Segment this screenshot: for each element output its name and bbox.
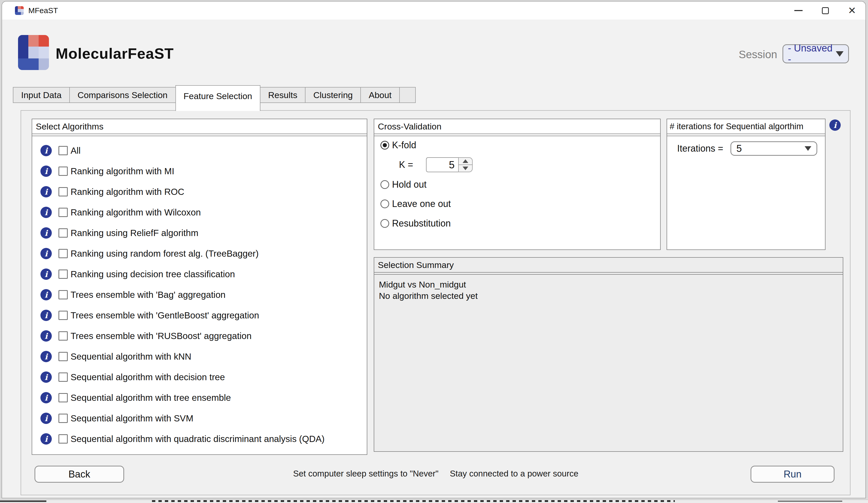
- minimize-button[interactable]: [785, 1, 812, 20]
- iterations-dropdown[interactable]: 5: [731, 141, 817, 156]
- info-icon[interactable]: i: [40, 227, 52, 239]
- info-icon[interactable]: i: [40, 248, 52, 259]
- algorithm-checkbox[interactable]: [59, 208, 68, 217]
- tab-comparisons-selection[interactable]: Comparisons Selection: [69, 87, 176, 103]
- algorithm-checkbox[interactable]: [59, 373, 68, 382]
- info-icon[interactable]: i: [40, 371, 52, 383]
- select-algorithms-panel: Select Algorithms i All i Ranking algori…: [32, 119, 367, 455]
- holdout-radio[interactable]: [380, 180, 389, 189]
- selection-summary-title: Selection Summary: [374, 258, 843, 273]
- algorithm-row: i Ranking algorithm with Wilcoxon: [40, 202, 367, 223]
- algorithm-label: Sequential algorithm with SVM: [71, 413, 194, 423]
- close-icon: ✕: [848, 6, 856, 15]
- spin-down-button[interactable]: [458, 165, 473, 172]
- leave-one-out-radio[interactable]: [380, 199, 389, 208]
- algorithm-label: Ranking using random forest alg. (TreeBa…: [71, 249, 259, 259]
- iterations-label: Iterations =: [677, 143, 723, 154]
- maximize-button[interactable]: [812, 1, 839, 20]
- algorithm-checkbox[interactable]: [59, 187, 68, 196]
- kfold-label: K-fold: [392, 140, 416, 150]
- title-bar: MFeaST ✕: [2, 1, 866, 20]
- algorithm-row: i Ranking using decision tree classifica…: [40, 264, 367, 284]
- cross-validation-panel: Cross-Validation K-fold K = 5 Hold out: [374, 119, 661, 250]
- algorithm-label: Ranking algorithm with MI: [71, 166, 174, 176]
- algorithm-row: i Trees ensemble with 'RUSBoost' aggrega…: [40, 326, 367, 346]
- algorithm-checkbox[interactable]: [59, 311, 68, 320]
- status-bar: Set computer sleep settings to "Never" S…: [293, 469, 579, 479]
- holdout-label: Hold out: [392, 179, 426, 190]
- tab-input-data[interactable]: Input Data: [13, 87, 70, 103]
- kfold-radio[interactable]: [380, 141, 389, 149]
- algorithm-checkbox[interactable]: [59, 414, 68, 423]
- algorithm-checkbox[interactable]: [59, 249, 68, 258]
- summary-line-status: No algorithm selected yet: [379, 290, 838, 302]
- algorithm-checkbox[interactable]: [59, 352, 68, 361]
- radio-row-holdout: Hold out: [380, 179, 426, 190]
- algorithm-label: Ranking algorithm with ROC: [71, 187, 184, 197]
- tab-clustering[interactable]: Clustering: [305, 87, 361, 103]
- algorithm-checkbox[interactable]: [59, 434, 68, 443]
- select-algorithms-title: Select Algorithms: [32, 119, 367, 134]
- algorithm-row: i Ranking using ReliefF algorithm: [40, 223, 367, 243]
- algorithm-label: Ranking algorithm with Wilcoxon: [71, 207, 201, 218]
- algorithm-row: i Ranking algorithm with ROC: [40, 181, 367, 202]
- k-equals-label: K =: [399, 159, 413, 170]
- close-button[interactable]: ✕: [839, 1, 866, 20]
- algorithm-row: i Sequential algorithm with quadratic di…: [40, 429, 367, 449]
- resubstitution-label: Resubstitution: [392, 218, 451, 229]
- info-icon[interactable]: i: [40, 413, 52, 424]
- info-icon[interactable]: i: [40, 145, 52, 156]
- minimize-icon: [794, 10, 803, 11]
- algorithm-checkbox[interactable]: [59, 270, 68, 279]
- algorithm-checkbox[interactable]: [59, 167, 68, 176]
- algorithm-checkbox[interactable]: [59, 393, 68, 402]
- tab-bar: Input Data Comparisons Selection Feature…: [13, 85, 416, 111]
- algorithm-row: i Sequential algorithm with decision tre…: [40, 367, 367, 387]
- status-power-note: Stay connected to a power source: [450, 469, 579, 479]
- session-dropdown[interactable]: - Unsaved -: [783, 44, 849, 63]
- k-value-field[interactable]: 5: [426, 157, 458, 172]
- spin-up-button[interactable]: [458, 157, 473, 165]
- resubstitution-radio[interactable]: [380, 219, 389, 228]
- summary-line-comparison: Midgut vs Non_midgut: [379, 279, 838, 290]
- info-icon[interactable]: i: [40, 289, 52, 301]
- window-controls: ✕: [785, 1, 866, 20]
- algorithm-list: i All i Ranking algorithm with MI i Rank…: [32, 136, 367, 449]
- info-icon[interactable]: i: [40, 433, 52, 444]
- info-icon[interactable]: i: [40, 330, 52, 342]
- tab-feature-selection[interactable]: Feature Selection: [175, 85, 261, 111]
- back-button[interactable]: Back: [34, 466, 124, 483]
- chevron-down-icon: [805, 146, 811, 151]
- info-icon[interactable]: i: [40, 351, 52, 362]
- algorithm-checkbox[interactable]: [59, 331, 68, 340]
- spin-down-icon: [463, 167, 468, 170]
- selection-summary-panel: Selection Summary Midgut vs Non_midgut N…: [374, 257, 843, 452]
- algorithm-label: Sequential algorithm with quadratic disc…: [71, 434, 324, 444]
- info-icon[interactable]: i: [40, 166, 52, 177]
- leave-one-out-label: Leave one out: [392, 198, 451, 209]
- algorithm-row: i Sequential algorithm with SVM: [40, 408, 367, 429]
- iterations-info-icon[interactable]: i: [829, 119, 841, 131]
- info-icon[interactable]: i: [40, 310, 52, 321]
- run-button[interactable]: Run: [751, 466, 835, 483]
- algorithm-checkbox[interactable]: [59, 290, 68, 300]
- tab-results[interactable]: Results: [260, 87, 306, 103]
- k-value-row: K = 5: [399, 157, 473, 172]
- radio-row-resubstitution: Resubstitution: [380, 218, 451, 229]
- algorithm-label: Sequential algorithm with kNN: [71, 352, 192, 362]
- info-icon[interactable]: i: [40, 186, 52, 197]
- app-logo-icon: [15, 6, 24, 15]
- info-icon[interactable]: i: [40, 392, 52, 404]
- k-spinner: 5: [426, 157, 473, 172]
- algorithm-label: Ranking using ReliefF algorithm: [71, 228, 198, 238]
- tab-strip-cap: [399, 87, 416, 103]
- tab-about[interactable]: About: [360, 87, 400, 103]
- algorithm-checkbox[interactable]: [59, 228, 68, 238]
- info-icon[interactable]: i: [40, 207, 52, 218]
- status-sleep-note: Set computer sleep settings to "Never": [293, 469, 438, 479]
- iterations-panel: # iterations for Sequential algorthim It…: [666, 119, 826, 250]
- window-title: MFeaST: [28, 6, 58, 15]
- algorithm-checkbox[interactable]: [59, 146, 68, 155]
- info-icon[interactable]: i: [40, 269, 52, 280]
- screen-edge-artifact: [0, 499, 868, 503]
